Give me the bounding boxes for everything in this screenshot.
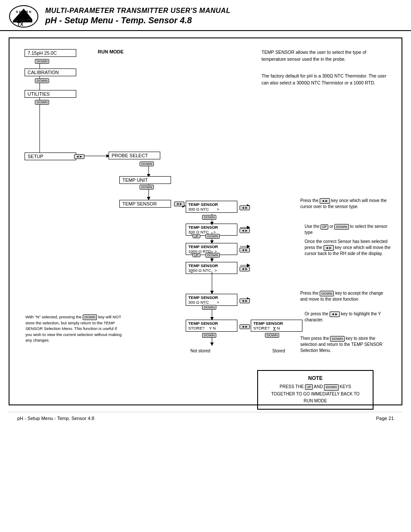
down-btn-store2[interactable]: DOWN: [265, 332, 279, 338]
down-btn-sensor2[interactable]: DOWN: [206, 233, 220, 239]
shark-logo: S H A R K TX: [9, 4, 39, 28]
header-text-block: MULTI-PARAMETER TRANSMITTER USER'S MANUA…: [45, 7, 230, 25]
desc-main: TEMP SENSOR allows the user to select th…: [262, 49, 391, 63]
page-footer: pH - Setup Menu - Temp. Sensor 4.8 Page …: [9, 412, 402, 424]
display-box: 7.15pH 25.0C: [25, 49, 76, 57]
header-subtitle: pH - Setup Menu - Temp. Sensor 4.8: [45, 16, 230, 25]
sensor-display-1: TEMP SENSOR 300 Ω NTC >: [186, 201, 237, 213]
sensor-display-4: TEMP SENSOR 3000 Ω NTC >: [186, 262, 237, 274]
temp-sensor-left-box: TEMP SENSOR: [119, 200, 171, 208]
lr-btn-confirm[interactable]: ◄►: [240, 297, 250, 303]
down-btn-display[interactable]: DOWN: [35, 58, 49, 64]
down-btn-probe[interactable]: DOWN: [140, 160, 154, 166]
lr-btn-store1[interactable]: ◄►: [240, 323, 250, 329]
diagram-area: RUN MODE 7.15pH 25.0C DOWN CALIBRATION D…: [16, 45, 395, 398]
lr-btn-tempsensor[interactable]: ◄►: [174, 200, 184, 206]
footer-right: Page 21: [376, 416, 394, 421]
down-btn-util[interactable]: DOWN: [35, 99, 49, 105]
lr-btn-sensor3[interactable]: ◄►: [240, 246, 250, 252]
run-mode-label: RUN MODE: [98, 49, 124, 54]
note-content: PRESS THE UP AND DOWN KEYS TOGETHER TO G…: [267, 383, 364, 404]
calibration-box: CALIBRATION: [25, 68, 76, 76]
up-btn-sensor2[interactable]: UP: [193, 233, 200, 239]
desc-down-accept: Press the DOWN key to accept the change …: [300, 290, 391, 302]
desc-once-correct: Once the correct Sensor has been selecte…: [305, 239, 391, 257]
desc-or-press: Or press the ◄► key to highlight the Y c…: [305, 311, 391, 323]
svg-text:TX: TX: [17, 22, 24, 27]
up-btn-sensor3[interactable]: UP: [193, 252, 200, 258]
not-stored-label: Not stored: [190, 348, 210, 353]
setup-box: SETUP: [25, 152, 76, 160]
probe-select-box: PROBE SELECT: [109, 152, 160, 159]
store-box-1: TEMP SENSOR STORE? Y N: [186, 320, 237, 332]
diagram-box: RUN MODE 7.15pH 25.0C DOWN CALIBRATION D…: [9, 37, 402, 405]
lr-btn-sensor2[interactable]: ◄►: [240, 227, 250, 233]
desc-updown: Use the UP or DOWN to select the sensor …: [305, 224, 391, 236]
down-btn-tempunit[interactable]: DOWN: [140, 184, 154, 190]
note-box: NOTE PRESS THE UP AND DOWN KEYS TOGETHER…: [257, 370, 374, 410]
lr-btn-setup[interactable]: ◄►: [74, 153, 84, 159]
store-box-2: TEMP SENSOR STORE? Y N: [251, 320, 302, 332]
desc-then-press: Then press the DOWN key to store the sel…: [300, 336, 391, 354]
svg-marker-37: [210, 342, 214, 346]
down-btn-store1[interactable]: DOWN: [202, 332, 216, 338]
down-btn-confirm[interactable]: DOWN: [202, 304, 216, 310]
svg-marker-21: [210, 258, 214, 262]
page-header: S H A R K TX MULTI-PARAMETER TRANSMITTER…: [0, 0, 411, 31]
desc-with-n: With "N" selected, pressing the DOWN key…: [25, 314, 125, 343]
temp-unit-box: TEMP UNIT: [119, 176, 171, 184]
desc-factory: The factory default for pH is a 300Ω NTC…: [262, 73, 391, 87]
down-btn-cal[interactable]: DOWN: [35, 77, 49, 83]
down-btn-sensor1[interactable]: DOWN: [202, 214, 216, 220]
desc-enter: Press the ◄► key once which will move th…: [300, 198, 391, 210]
lr-btn-sensor4[interactable]: ◄►: [240, 265, 250, 271]
down-btn-sensor3[interactable]: DOWN: [206, 252, 220, 258]
note-title: NOTE: [267, 375, 364, 381]
lr-btn-sensor1[interactable]: ◄►: [240, 204, 250, 210]
stored-label: Stored: [272, 348, 285, 353]
header-title: MULTI-PARAMETER TRANSMITTER USER'S MANUA…: [45, 7, 230, 15]
footer-left: pH - Setup Menu - Temp. Sensor 4.8: [17, 416, 94, 421]
utilities-box: UTILITIES: [25, 90, 76, 98]
main-content: RUN MODE 7.15pH 25.0C DOWN CALIBRATION D…: [0, 31, 411, 431]
